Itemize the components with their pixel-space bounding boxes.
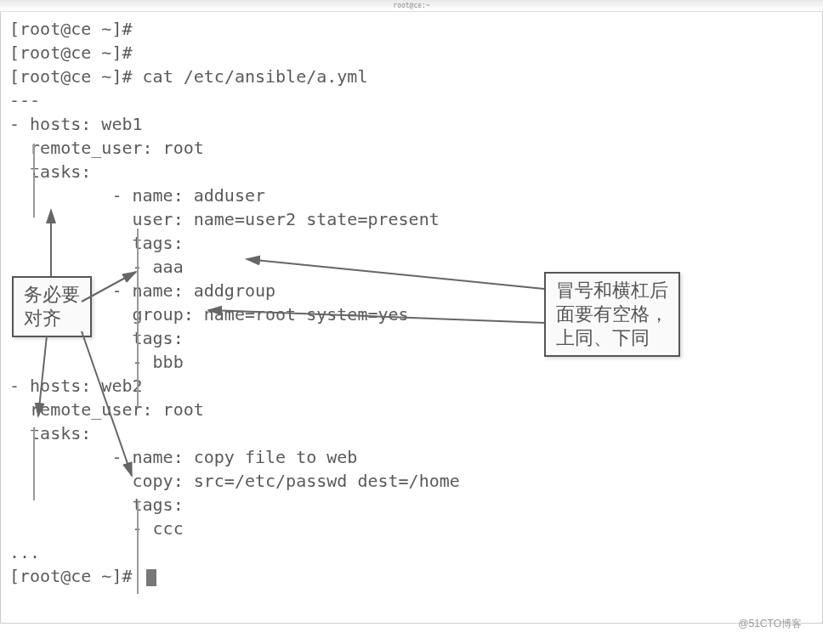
yaml-line: tags: <box>9 326 814 350</box>
alignment-guide <box>33 428 35 500</box>
annotation-text: 冒号和横杠后 <box>556 279 668 302</box>
prompt-line: [root@ce ~]# <box>9 564 814 588</box>
yaml-line: tags: <box>9 231 814 255</box>
watermark: @51CTO博客 <box>738 617 802 631</box>
yaml-line: copy: src=/etc/passwd dest=/home <box>9 469 814 493</box>
alignment-guide <box>33 144 35 173</box>
prompt-line: [root@ce ~]# <box>9 17 814 41</box>
yaml-line: tasks: <box>9 421 814 445</box>
annotation-right: 冒号和横杠后 面要有空格， 上同、下同 <box>544 272 680 357</box>
prompt-line: [root@ce ~]# <box>9 41 814 65</box>
yaml-line: user: name=user2 state=present <box>9 207 814 231</box>
annotation-text: 务必要 <box>24 283 80 307</box>
terminal[interactable]: [root@ce ~]# [root@ce ~]# [root@ce ~]# c… <box>0 12 823 624</box>
annotation-text: 上同、下同 <box>556 326 668 350</box>
command-text: cat /etc/ansible/a.yml <box>143 66 368 87</box>
yaml-line: remote_user: root <box>9 136 814 160</box>
yaml-line: tags: <box>9 493 814 517</box>
alignment-guide <box>137 229 139 407</box>
yaml-line: remote_user: root <box>9 398 814 421</box>
yaml-line: - hosts: web2 <box>9 374 814 398</box>
yaml-line: --- <box>9 88 814 112</box>
annotation-text: 对齐 <box>24 307 80 330</box>
yaml-line: - hosts: web1 <box>9 112 814 136</box>
yaml-line: - name: addgroup <box>9 279 814 302</box>
cursor-icon <box>146 569 156 586</box>
annotation-text: 面要有空格， <box>556 302 668 326</box>
alignment-guide <box>33 175 35 217</box>
yaml-line: ... <box>9 540 814 564</box>
annotation-left: 务必要 对齐 <box>12 276 92 337</box>
window-title: root@ce:~ <box>393 2 429 9</box>
yaml-line: - name: adduser <box>9 184 814 207</box>
prompt-prefix: [root@ce ~]# <box>9 66 143 87</box>
yaml-line: - aaa <box>9 255 814 279</box>
yaml-line: tasks: <box>9 160 814 184</box>
yaml-line: - ccc <box>9 517 814 540</box>
alignment-guide <box>137 500 139 594</box>
yaml-line: group: name=root system=yes <box>9 302 814 326</box>
yaml-line: - name: copy file to web <box>9 445 814 469</box>
prompt-end: [root@ce ~]# <box>9 566 143 586</box>
yaml-line: - bbb <box>9 350 814 374</box>
prompt-line: [root@ce ~]# cat /etc/ansible/a.yml <box>9 65 814 88</box>
